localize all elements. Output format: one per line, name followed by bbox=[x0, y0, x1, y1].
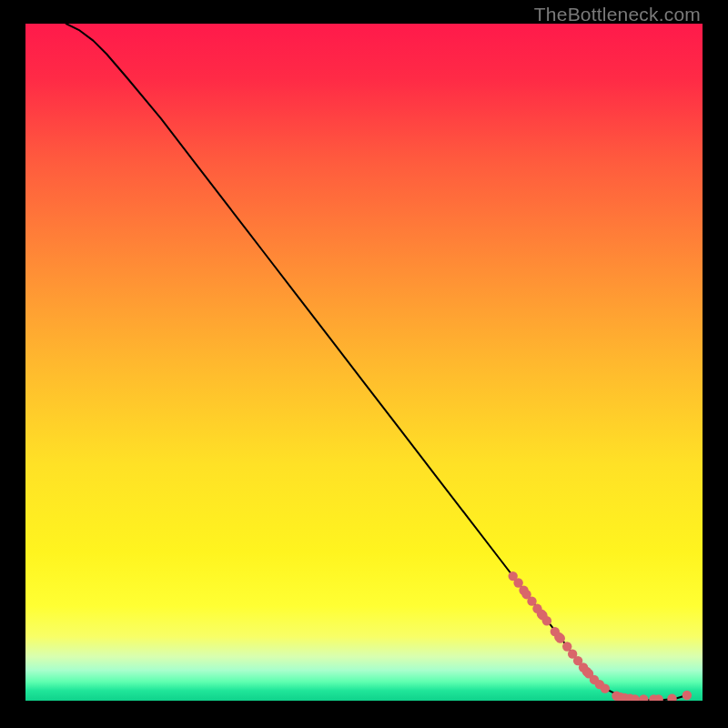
gradient-background bbox=[25, 24, 703, 701]
sample-point bbox=[682, 691, 692, 700]
chart-frame bbox=[25, 24, 703, 701]
bottleneck-chart bbox=[25, 24, 703, 701]
sample-point bbox=[601, 683, 610, 693]
sample-point bbox=[556, 633, 565, 642]
sample-point bbox=[542, 616, 551, 625]
watermark-label: TheBottleneck.com bbox=[534, 4, 701, 25]
